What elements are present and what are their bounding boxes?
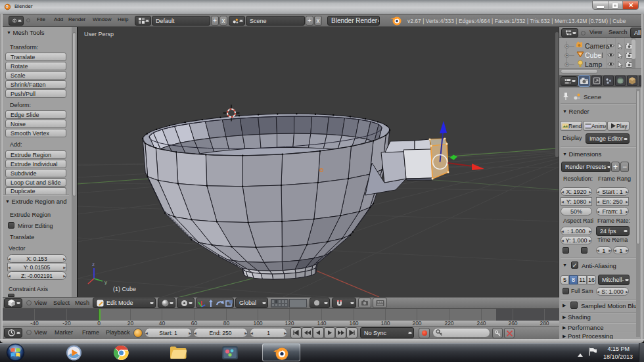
svg-text:y: y xyxy=(104,279,107,285)
svg-text:z: z xyxy=(92,261,95,267)
